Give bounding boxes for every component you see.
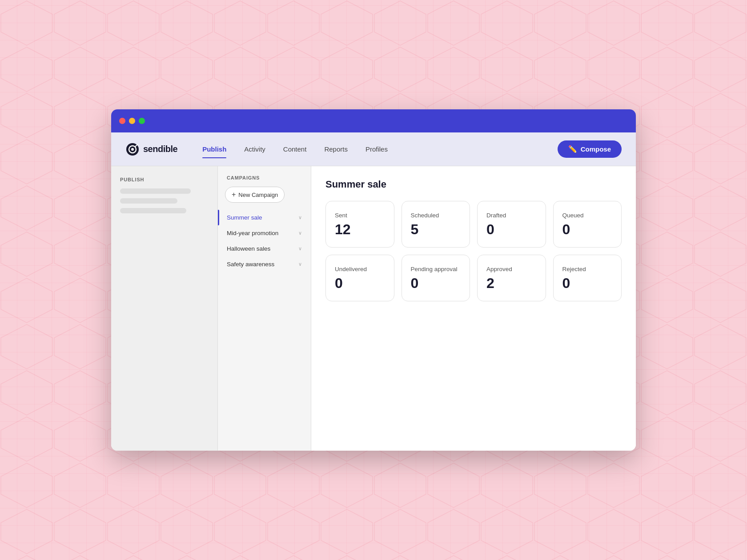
main-nav: Publish Activity Content Reports Profile… xyxy=(195,142,558,156)
campaign-item-halloween[interactable]: Halloween sales ∨ xyxy=(218,241,311,256)
maximize-button[interactable] xyxy=(139,118,145,124)
nav-reports[interactable]: Reports xyxy=(317,142,355,156)
stat-value-undelivered: 0 xyxy=(335,276,343,290)
stat-label-scheduled: Scheduled xyxy=(411,212,439,219)
stat-value-rejected: 0 xyxy=(562,276,570,290)
plus-icon: + xyxy=(232,191,236,198)
sidebar-section-title: PUBLISH xyxy=(120,177,209,182)
stat-value-queued: 0 xyxy=(562,222,570,236)
nav-publish[interactable]: Publish xyxy=(195,142,233,156)
stat-label-rejected: Rejected xyxy=(562,266,586,272)
campaigns-panel: CAMPAIGNS + New Campaign Summer sale ∨ M… xyxy=(218,166,311,451)
stat-card-pending: Pending approval 0 xyxy=(402,255,470,301)
campaign-item-mid-year[interactable]: Mid-year promotion ∨ xyxy=(218,225,311,241)
stats-grid-row1: Sent 12 Scheduled 5 Drafted 0 Queued 0 xyxy=(325,201,622,248)
app-window: sendible Publish Activity Content Report… xyxy=(111,109,636,451)
sidebar-skeleton-2 xyxy=(120,198,177,204)
chevron-down-icon: ∨ xyxy=(298,261,302,267)
close-button[interactable] xyxy=(119,118,125,124)
stat-label-queued: Queued xyxy=(562,212,584,219)
left-sidebar: PUBLISH xyxy=(111,166,218,451)
campaign-title: Summer sale xyxy=(325,179,622,190)
logo-area: sendible xyxy=(125,142,177,156)
stat-card-queued: Queued 0 xyxy=(553,201,622,248)
title-bar xyxy=(111,109,636,132)
pencil-icon: ✏️ xyxy=(568,145,577,153)
new-campaign-button[interactable]: + New Campaign xyxy=(225,187,285,203)
main-content: Summer sale Sent 12 Scheduled 5 Drafted … xyxy=(311,166,636,451)
nav-content[interactable]: Content xyxy=(276,142,314,156)
stat-card-sent: Sent 12 xyxy=(325,201,394,248)
stat-label-approved: Approved xyxy=(486,266,512,272)
stat-card-rejected: Rejected 0 xyxy=(553,255,622,301)
stat-card-scheduled: Scheduled 5 xyxy=(402,201,470,248)
stat-label-pending: Pending approval xyxy=(411,266,458,272)
app-header: sendible Publish Activity Content Report… xyxy=(111,132,636,166)
minimize-button[interactable] xyxy=(129,118,135,124)
stat-card-drafted: Drafted 0 xyxy=(477,201,546,248)
campaign-item-safety[interactable]: Safety awareness ∨ xyxy=(218,256,311,272)
nav-profiles[interactable]: Profiles xyxy=(358,142,395,156)
stat-value-pending: 0 xyxy=(411,276,419,290)
stat-value-scheduled: 5 xyxy=(411,222,419,236)
logo-text: sendible xyxy=(143,144,177,154)
svg-point-2 xyxy=(131,148,134,151)
stat-card-approved: Approved 2 xyxy=(477,255,546,301)
stats-grid-row2: Undelivered 0 Pending approval 0 Approve… xyxy=(325,255,622,301)
stat-label-undelivered: Undelivered xyxy=(335,266,367,272)
chevron-down-icon: ∨ xyxy=(298,215,302,220)
chevron-down-icon: ∨ xyxy=(298,230,302,236)
stat-label-drafted: Drafted xyxy=(486,212,506,219)
stat-value-sent: 12 xyxy=(335,222,351,236)
stat-label-sent: Sent xyxy=(335,212,347,219)
compose-button[interactable]: ✏️ Compose xyxy=(558,140,622,158)
campaign-item-summer-sale[interactable]: Summer sale ∨ xyxy=(218,210,311,225)
sidebar-skeleton-1 xyxy=(120,188,191,194)
stat-card-undelivered: Undelivered 0 xyxy=(325,255,394,301)
logo-icon xyxy=(125,142,140,156)
sidebar-skeleton-3 xyxy=(120,208,186,213)
campaigns-header: CAMPAIGNS xyxy=(218,175,311,180)
chevron-down-icon: ∨ xyxy=(298,246,302,252)
stat-value-approved: 2 xyxy=(486,276,494,290)
nav-activity[interactable]: Activity xyxy=(237,142,273,156)
app-body: PUBLISH CAMPAIGNS + New Campaign Summer … xyxy=(111,166,636,451)
active-indicator xyxy=(218,210,219,225)
stat-value-drafted: 0 xyxy=(486,222,494,236)
